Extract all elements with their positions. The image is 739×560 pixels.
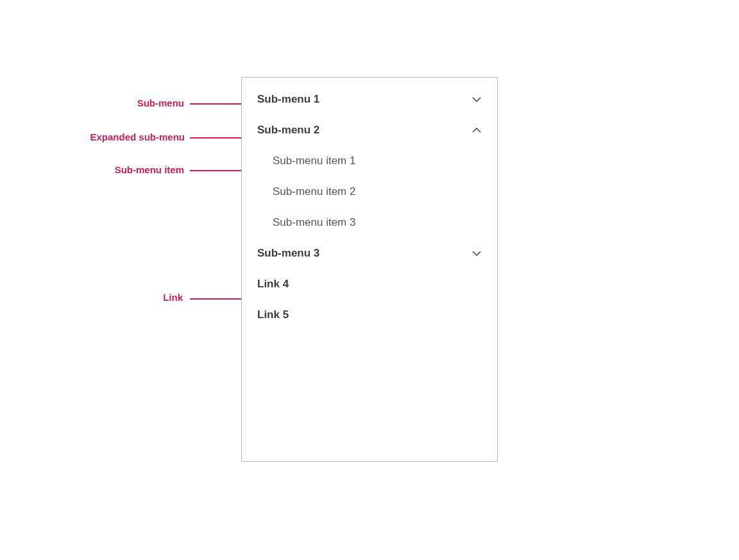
submenu-3[interactable]: Sub-menu 3	[242, 238, 497, 269]
menu-panel: Sub-menu 1 Sub-menu 2 Sub-menu item 1 Su…	[241, 77, 498, 462]
submenu-3-label: Sub-menu 3	[257, 247, 319, 260]
annotation-link: Link	[138, 292, 183, 303]
chevron-down-icon	[471, 248, 482, 259]
annotation-submenu: Sub-menu	[80, 98, 184, 108]
link-4-label: Link 4	[257, 278, 289, 291]
submenu-item-2[interactable]: Sub-menu item 2	[242, 176, 497, 207]
submenu-2[interactable]: Sub-menu 2	[242, 115, 497, 146]
annotation-subitem: Sub-menu item	[77, 164, 184, 175]
submenu-1-label: Sub-menu 1	[257, 93, 319, 106]
link-4[interactable]: Link 4	[242, 269, 497, 300]
submenu-item-3[interactable]: Sub-menu item 3	[242, 207, 497, 238]
chevron-up-icon	[471, 125, 482, 135]
submenu-2-label: Sub-menu 2	[257, 124, 319, 137]
chevron-down-icon	[471, 94, 482, 105]
submenu-1[interactable]: Sub-menu 1	[242, 78, 497, 115]
submenu-item-1[interactable]: Sub-menu item 1	[242, 146, 497, 176]
annotation-expanded: Expanded sub-menu	[63, 132, 185, 142]
link-5-label: Link 5	[257, 309, 289, 321]
link-5[interactable]: Link 5	[242, 300, 497, 330]
